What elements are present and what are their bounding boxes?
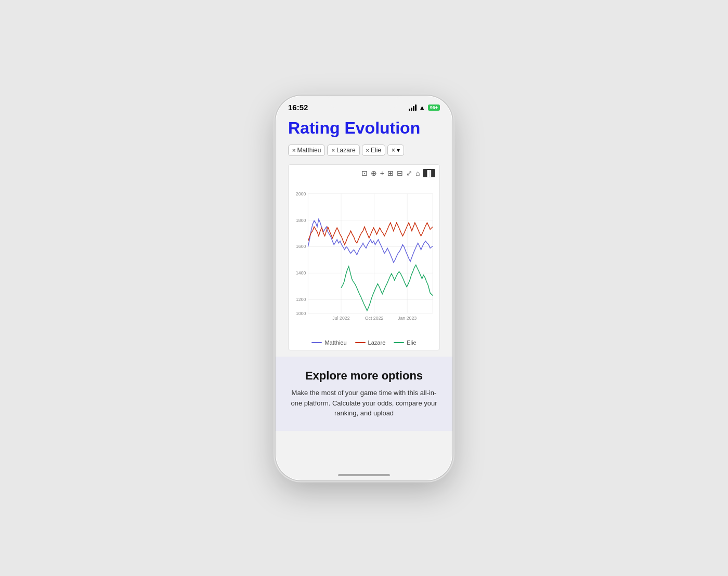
status-time: 16:52 bbox=[288, 103, 308, 112]
matthieu-legend-line bbox=[311, 342, 322, 343]
page-content: Rating Evolution × Matthieu × Lazare × E… bbox=[276, 115, 452, 474]
home-icon[interactable]: ⌂ bbox=[415, 169, 420, 177]
plus-icon[interactable]: + bbox=[380, 169, 384, 177]
lazare-label: Lazare bbox=[368, 339, 386, 346]
svg-text:Jan 2023: Jan 2023 bbox=[398, 316, 417, 321]
lazare-legend-line bbox=[355, 342, 366, 343]
remove-matthieu-btn[interactable]: × bbox=[292, 147, 295, 153]
legend-matthieu: Matthieu bbox=[311, 339, 346, 346]
svg-text:1400: 1400 bbox=[296, 270, 306, 276]
filter-tag-elie[interactable]: × Elie bbox=[362, 145, 385, 156]
expand-icon[interactable]: ⊞ bbox=[387, 169, 394, 177]
phone-notch bbox=[330, 96, 398, 110]
page-title: Rating Evolution bbox=[288, 119, 440, 137]
filter-label-lazare: Lazare bbox=[336, 147, 356, 154]
svg-text:1000: 1000 bbox=[296, 311, 306, 316]
filter-dropdown[interactable]: × ▾ bbox=[387, 145, 404, 156]
svg-text:Jul 2022: Jul 2022 bbox=[332, 316, 349, 321]
lazare-line bbox=[308, 223, 433, 245]
elie-legend-line bbox=[394, 342, 404, 343]
filter-label-matthieu: Matthieu bbox=[297, 147, 321, 154]
legend-lazare: Lazare bbox=[355, 339, 386, 346]
filter-bar: × Matthieu × Lazare × Elie × ▾ bbox=[288, 145, 440, 156]
filter-tag-matthieu[interactable]: × Matthieu bbox=[288, 145, 325, 156]
svg-text:1800: 1800 bbox=[296, 218, 306, 223]
fullscreen-icon[interactable]: ⤢ bbox=[406, 169, 412, 177]
shrink-icon[interactable]: ⊟ bbox=[397, 169, 403, 177]
camera-icon[interactable]: ⊡ bbox=[361, 169, 368, 177]
filter-tag-lazare[interactable]: × Lazare bbox=[327, 145, 359, 156]
svg-text:1600: 1600 bbox=[296, 244, 306, 250]
signal-icon bbox=[409, 104, 417, 111]
wifi-icon: ▲ bbox=[419, 104, 425, 111]
chart-svg: 2000 1800 1600 1400 1200 1000 bbox=[293, 179, 435, 335]
chart-container: ⊡ ⊕ + ⊞ ⊟ ⤢ ⌂ ▐▌ 2000 1800 1600 1400 120… bbox=[288, 164, 440, 350]
svg-text:1200: 1200 bbox=[296, 297, 306, 302]
filter-chevron-icon: ▾ bbox=[397, 147, 400, 154]
remove-elie-btn[interactable]: × bbox=[366, 147, 369, 153]
elie-line bbox=[341, 265, 433, 311]
legend-elie: Elie bbox=[394, 339, 416, 346]
filter-label-elie: Elie bbox=[371, 147, 381, 154]
filter-clear-icon: × bbox=[392, 147, 395, 154]
zoom-icon[interactable]: ⊕ bbox=[371, 169, 377, 177]
remove-lazare-btn[interactable]: × bbox=[331, 147, 334, 153]
svg-text:2000: 2000 bbox=[296, 191, 306, 197]
svg-text:Oct 2022: Oct 2022 bbox=[365, 316, 384, 321]
chart-toolbar: ⊡ ⊕ + ⊞ ⊟ ⤢ ⌂ ▐▌ bbox=[293, 169, 435, 177]
explore-title: Explore more options bbox=[288, 369, 440, 383]
home-indicator bbox=[338, 474, 390, 476]
phone-frame: 16:52 ▲ 96+ Rating Evolution × Matthieu … bbox=[276, 96, 452, 480]
battery-badge: 96+ bbox=[428, 104, 440, 111]
bar-chart-icon[interactable]: ▐▌ bbox=[423, 169, 435, 177]
chart-legend: Matthieu Lazare Elie bbox=[293, 339, 435, 346]
matthieu-label: Matthieu bbox=[324, 339, 346, 346]
status-icons: ▲ 96+ bbox=[409, 104, 440, 111]
explore-section: Explore more options Make the most of yo… bbox=[276, 357, 452, 431]
chart-area: 2000 1800 1600 1400 1200 1000 bbox=[293, 179, 435, 335]
elie-label: Elie bbox=[407, 339, 416, 346]
explore-text: Make the most of your game time with thi… bbox=[288, 388, 440, 418]
